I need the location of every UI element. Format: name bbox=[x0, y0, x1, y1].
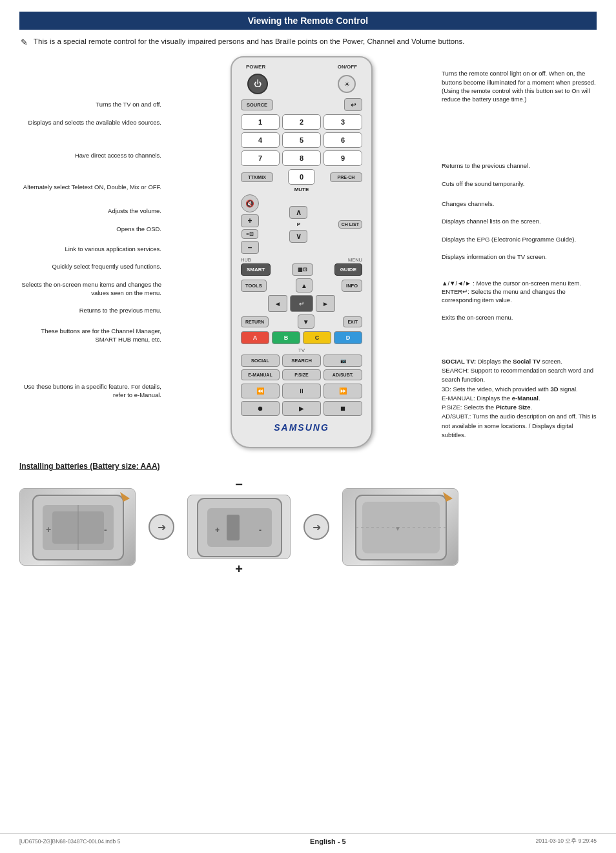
ann-chchange: Changes channels. bbox=[442, 200, 597, 208]
exit-button[interactable]: EXIT bbox=[343, 316, 362, 327]
btn-3[interactable]: 3 bbox=[323, 114, 362, 130]
ann-onoff: Turns the remote control light on or off… bbox=[442, 69, 597, 103]
annotations-right: Turns the remote control light on or off… bbox=[442, 56, 597, 449]
power-button[interactable]: ⏻ bbox=[247, 74, 268, 94]
batteries-section: Installing batteries (Battery size: AAA)… bbox=[0, 462, 616, 577]
ann-osd: Opens the OSD. bbox=[19, 225, 161, 233]
btn-6[interactable]: 6 bbox=[323, 132, 362, 148]
onoff-button[interactable]: ☀ bbox=[338, 75, 356, 93]
onoff-label: ON/OFF bbox=[338, 64, 357, 70]
return-button[interactable]: RETURN bbox=[241, 316, 269, 327]
remote-control: POWER ON/OFF ⏻ ☀ SOURCE ↩ 1 2 3 bbox=[227, 56, 376, 448]
ann-channels: Have direct access to channels. bbox=[19, 151, 161, 159]
ann-applink: Link to various application services. bbox=[19, 245, 161, 253]
btn-4[interactable]: 4 bbox=[241, 132, 280, 148]
stop-button[interactable]: ⏹ bbox=[323, 401, 362, 416]
abcd-row: A B C D bbox=[241, 331, 362, 344]
tools-button[interactable]: TOOLS bbox=[241, 280, 267, 292]
arrow-2: ➜ bbox=[303, 514, 329, 540]
info-button[interactable]: INFO bbox=[342, 280, 362, 292]
ann-social-r: SOCIAL TV: Displays the Social TV screen… bbox=[442, 348, 597, 440]
p-label: P bbox=[297, 221, 300, 227]
hub-label: HUB bbox=[241, 257, 251, 263]
batteries-title: Installing batteries (Battery size: AAA) bbox=[19, 462, 597, 471]
rewind-button[interactable]: ⏪ bbox=[241, 384, 280, 398]
battery-img-3: ▼ bbox=[342, 488, 458, 566]
search-button[interactable]: SEARCH bbox=[282, 355, 321, 367]
footer-right: 2011-03-10 오후 9:29:45 bbox=[535, 838, 597, 845]
btn-5[interactable]: 5 bbox=[282, 132, 321, 148]
menu-label: MENU bbox=[348, 257, 362, 263]
right-button[interactable]: ► bbox=[316, 295, 335, 312]
ann-power: Turns the TV on and off. bbox=[19, 100, 161, 108]
play-button[interactable]: ▶ bbox=[282, 401, 321, 416]
ann-prech: Returns to the previous channel. bbox=[442, 161, 597, 170]
battery-img-2: + - bbox=[187, 495, 291, 559]
prech-button[interactable]: PRE-CH bbox=[330, 172, 362, 182]
back-button[interactable]: ↩ bbox=[344, 98, 362, 111]
vol-down-button[interactable]: – bbox=[241, 241, 259, 254]
threed-button[interactable]: 📷 bbox=[323, 355, 362, 367]
up-button[interactable]: ▲ bbox=[296, 278, 313, 293]
remote-section: Turns the TV on and off. Displays and se… bbox=[19, 56, 597, 449]
mute-button[interactable]: 🔇 bbox=[241, 194, 259, 212]
ttx-row: TTX/MIX 0 PRE-CH bbox=[241, 169, 362, 185]
page-title: Viewing the Remote Control bbox=[19, 12, 597, 30]
volume-column: 🔇 + ≡⊡ – bbox=[241, 194, 259, 254]
hub-menu-labels: HUB MENU bbox=[241, 257, 362, 263]
ann-info-r: Displays information on the TV screen. bbox=[442, 252, 597, 261]
battery-img-1: + - bbox=[19, 488, 136, 566]
btn-b[interactable]: B bbox=[272, 331, 300, 344]
social-button[interactable]: SOCIAL bbox=[241, 355, 280, 367]
footer: [UD6750-ZG]BN68-03487C-00L04.indb 5 Engl… bbox=[0, 833, 616, 845]
btn-0[interactable]: 0 bbox=[288, 169, 315, 185]
mute-section: MUTE bbox=[241, 187, 362, 192]
svg-text:+: + bbox=[46, 524, 51, 535]
fastforward-button[interactable]: ⏩ bbox=[323, 384, 362, 398]
ann-return: Returns to the previous menu. bbox=[19, 306, 161, 314]
vol-tv-button[interactable]: ≡⊡ bbox=[241, 229, 258, 239]
ann-chlist-r: Displays channel lists on the screen. bbox=[442, 217, 597, 225]
vol-up-button[interactable]: + bbox=[241, 214, 259, 227]
ann-vol: Adjusts the volume. bbox=[19, 207, 161, 215]
intro-text: This is a special remote control for the… bbox=[19, 36, 597, 47]
btn-1[interactable]: 1 bbox=[241, 114, 280, 130]
svg-text:-: - bbox=[259, 526, 262, 535]
emanual-button[interactable]: E-MANUAL bbox=[241, 369, 280, 380]
ch-down-button[interactable]: ∨ bbox=[289, 230, 307, 243]
remote-top-labels: POWER ON/OFF bbox=[241, 64, 362, 70]
ch-up-button[interactable]: ∧ bbox=[289, 206, 307, 219]
down-button[interactable]: ▼ bbox=[298, 314, 314, 329]
adsubt-button[interactable]: AD/SUBT. bbox=[323, 369, 362, 380]
ann-mute-r: Cuts off the sound temporarily. bbox=[442, 180, 597, 188]
btn-2[interactable]: 2 bbox=[282, 114, 321, 130]
btn-a[interactable]: A bbox=[241, 331, 269, 344]
ann-epg: Displays the EPG (Electronic Programme G… bbox=[442, 235, 597, 243]
smart-button[interactable]: SMART bbox=[241, 263, 271, 276]
btn-7[interactable]: 7 bbox=[241, 150, 280, 166]
media-row1: ⏪ ⏸ ⏩ bbox=[241, 384, 362, 398]
ann-menu: Selects the on-screen menu items and cha… bbox=[19, 280, 161, 298]
btn-9[interactable]: 9 bbox=[323, 150, 362, 166]
guide-button[interactable]: GUIDE bbox=[334, 263, 362, 276]
btn-d[interactable]: D bbox=[334, 331, 362, 344]
ann-exit-r: Exits the on-screen menu. bbox=[442, 313, 597, 322]
psize-button[interactable]: P.SIZE bbox=[282, 369, 321, 380]
plus-sign: + bbox=[235, 562, 243, 577]
ttx-button[interactable]: TTX/MIX bbox=[241, 172, 273, 182]
source-button[interactable]: SOURCE bbox=[241, 99, 273, 110]
btn-8[interactable]: 8 bbox=[282, 150, 321, 166]
hub-icon-button[interactable]: ▦⊡ bbox=[292, 263, 313, 276]
chlist-col: CH LIST bbox=[338, 220, 362, 229]
enter-button[interactable]: ↵ bbox=[290, 295, 313, 312]
record-button[interactable]: ⏺ bbox=[241, 401, 280, 416]
btn-c[interactable]: C bbox=[303, 331, 331, 344]
ann-abcd: These buttons are for the Channel Manage… bbox=[19, 327, 161, 344]
tools-row: TOOLS ▲ INFO bbox=[241, 278, 362, 293]
dpad-row: ◄ ↵ ► bbox=[241, 295, 362, 312]
mute-label: MUTE bbox=[241, 187, 362, 192]
pause-button[interactable]: ⏸ bbox=[282, 384, 321, 398]
left-button[interactable]: ◄ bbox=[268, 295, 287, 312]
social-row: SOCIAL SEARCH 📷 bbox=[241, 355, 362, 367]
chlist-button[interactable]: CH LIST bbox=[338, 220, 362, 229]
